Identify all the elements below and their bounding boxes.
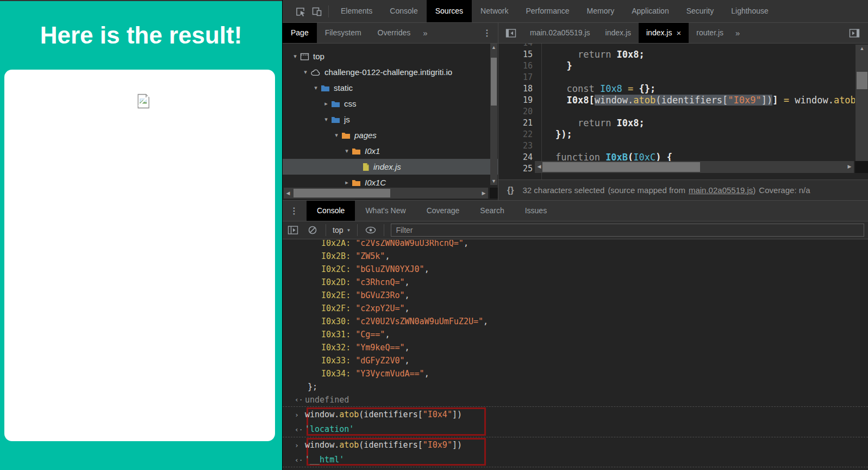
editor-more-tabs-chevron-icon[interactable]: » [731, 28, 744, 38]
editor-vscroll-thumb[interactable] [857, 72, 867, 89]
main-tab-network[interactable]: Network [472, 0, 517, 22]
sources-navigator-tabbar: PageFilesystemOverrides » ⋮ [283, 23, 498, 44]
main-tab-lighthouse[interactable]: Lighthouse [722, 0, 777, 22]
toolbar-separator [384, 224, 384, 236]
drawer-tab-issues[interactable]: Issues [515, 201, 557, 221]
navigator-tab-page[interactable]: Page [283, 23, 317, 43]
tree-item-css[interactable]: ▸css [283, 96, 498, 112]
tree-item-pages[interactable]: ▾pages [283, 127, 498, 143]
context-label: top [333, 226, 343, 234]
close-tab-icon[interactable]: × [676, 23, 681, 43]
console-messages: I0x2A: "c2VsZWN0aW9uU3RhcnQ=",I0x2B: "ZW… [283, 240, 868, 467]
devtools-second-row: PageFilesystemOverrides » ⋮ main.02a0551… [283, 23, 868, 44]
main-tab-console[interactable]: Console [381, 0, 426, 22]
expander-closed-icon[interactable]: ▸ [322, 100, 330, 107]
main-tab-security[interactable]: Security [678, 0, 723, 22]
console-sidebar-icon[interactable] [286, 224, 300, 237]
drawer-tab-coverage[interactable]: Coverage [416, 201, 470, 221]
console-output: I0x2A: "c2VsZWN0aW9uU3RhcnQ=",I0x2B: "ZW… [283, 240, 868, 470]
main-tab-sources[interactable]: Sources [427, 0, 472, 22]
folder-orange-icon [352, 179, 361, 187]
editor-tab-index-js[interactable]: index.js [598, 23, 639, 43]
return-arrow-icon: ‹· [295, 453, 303, 467]
hide-navigator-icon[interactable] [503, 25, 519, 41]
tree-item-static[interactable]: ▾static [283, 80, 498, 96]
tree-item-label: static [334, 83, 353, 92]
source-mapped-link[interactable]: main.02a05519.js [689, 185, 753, 195]
live-expression-eye-icon[interactable] [364, 224, 378, 237]
more-tabs-chevron-icon[interactable]: » [419, 28, 432, 38]
page-top-border [0, 0, 282, 1]
property-key: I0x2D: [321, 277, 351, 287]
folder-blue-icon [321, 84, 330, 92]
clear-console-icon[interactable] [305, 224, 320, 237]
console-filter-input[interactable] [391, 224, 864, 237]
code-lines: return I0x8; } const I0x8 = {}; I0x8[win… [542, 44, 855, 180]
expander-open-icon[interactable]: ▾ [302, 69, 309, 76]
drawer-tab-console[interactable]: Console [307, 201, 355, 221]
code-token: I0x8[ [566, 95, 594, 106]
editor-tab-index-js[interactable]: index.js× [639, 23, 689, 43]
scroll-left-icon[interactable]: ◀ [536, 161, 542, 173]
execution-context-selector[interactable]: top ▼ [329, 226, 354, 234]
drawer-tab-what-s-new[interactable]: What's New [355, 201, 416, 221]
navigator-menu-dots-icon[interactable]: ⋮ [476, 28, 498, 38]
drawer-tab-search[interactable]: Search [470, 201, 514, 221]
editor-tab-router-js[interactable]: router.js [689, 23, 731, 43]
scroll-up-icon[interactable]: ▲ [855, 46, 868, 51]
tree-item-label: pages [354, 131, 377, 140]
folder-orange-icon [352, 147, 361, 155]
main-tab-application[interactable]: Application [623, 0, 678, 22]
editor-tab-main-02a05519-js[interactable]: main.02a05519.js [522, 23, 598, 43]
property-key: I0x32: [321, 343, 351, 352]
open-file-panel-icon[interactable] [846, 25, 863, 41]
editor-vertical-scrollbar[interactable]: ▲ ▼ [855, 45, 868, 173]
expander-open-icon[interactable]: ▾ [312, 84, 320, 91]
tree-item-top[interactable]: ▾top [283, 48, 498, 64]
code-line: return I0x8; [542, 49, 855, 60]
navigator-tab-overrides[interactable]: Overrides [370, 23, 419, 43]
tree-horizontal-scrollbar[interactable]: ◀ ▶ [284, 188, 488, 199]
scroll-up-icon[interactable]: ▲ [490, 45, 497, 50]
tree-item-index-js[interactable]: index.js [283, 159, 498, 175]
expander-closed-icon[interactable]: ▸ [343, 179, 351, 186]
property-value: "c2V0U2VsZWN0aW9uUmFuZ2U=" [355, 317, 483, 326]
pretty-print-icon[interactable]: {} [507, 185, 514, 195]
expander-open-icon[interactable]: ▾ [322, 116, 330, 123]
editor-tab-label: index.js [605, 23, 631, 43]
tree-item-i0x1[interactable]: ▾I0x1 [283, 143, 498, 159]
tree-item-challenge-0122-challenge-intigriti-io[interactable]: ▾challenge-0122-challenge.intigriti.io [283, 64, 498, 80]
expander-open-icon[interactable]: ▾ [291, 53, 299, 60]
device-toolbar-icon[interactable] [309, 3, 325, 20]
editor-horizontal-scrollbar[interactable]: ◀ ▶ [535, 161, 854, 173]
main-tab-elements[interactable]: Elements [332, 0, 381, 22]
tree-vscroll-thumb[interactable] [491, 58, 497, 106]
source-mapped-suffix: ) [753, 185, 755, 195]
inspect-element-icon[interactable] [292, 3, 309, 20]
drawer-menu-dots-icon[interactable]: ⋮ [283, 206, 307, 216]
console-input-token: "I0x4" [423, 410, 452, 419]
navigator-tab-filesystem[interactable]: Filesystem [317, 23, 370, 43]
browser-page: Here is the result! [0, 0, 282, 470]
editor-hscroll-thumb[interactable] [542, 162, 700, 172]
scroll-right-icon[interactable]: ▶ [480, 188, 487, 199]
selected-code-text: (identifiers[ [655, 95, 728, 106]
code-line [542, 140, 855, 152]
console-input-token: "I0x9" [423, 440, 452, 450]
property-value: "dGFyZ2V0" [355, 356, 404, 366]
code-token [622, 83, 628, 94]
scroll-right-icon[interactable]: ▶ [846, 161, 853, 173]
tree-vertical-scrollbar[interactable]: ▲ ▼ [490, 44, 497, 185]
expander-open-icon[interactable]: ▾ [343, 147, 351, 154]
main-tab-performance[interactable]: Performance [517, 0, 578, 22]
expander-open-icon[interactable]: ▾ [333, 132, 340, 139]
code-line: } [542, 60, 855, 72]
tree-hscroll-thumb[interactable] [294, 189, 390, 197]
frame-icon [300, 52, 309, 61]
tree-item-js[interactable]: ▾js [283, 112, 498, 127]
drawer-tabbar: ⋮ ConsoleWhat's NewCoverageSearchIssues [283, 201, 868, 221]
code-token [778, 95, 784, 106]
main-tab-memory[interactable]: Memory [578, 0, 623, 22]
scroll-left-icon[interactable]: ◀ [285, 188, 291, 199]
scroll-down-icon[interactable]: ▼ [490, 178, 497, 184]
